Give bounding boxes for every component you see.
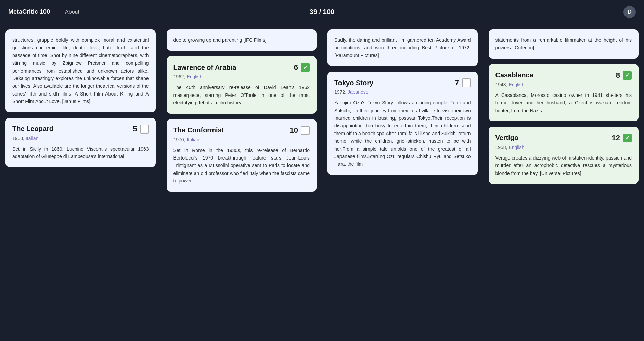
- column-1: structures, grapple boldly with complex …: [0, 24, 161, 341]
- card-ifc-partial: due to growing up and parenting [IFC Fil…: [167, 29, 317, 51]
- card-title: Vertigo: [495, 134, 519, 142]
- card-header: Vertigo 12: [495, 134, 632, 142]
- card-lawrence-of-arabia: Lawrence of Arabia 6 1962, English The 4…: [167, 56, 317, 113]
- card-description: Set in Rome in the 1930s, this re-releas…: [173, 147, 310, 185]
- card-year: 1958: [495, 144, 506, 150]
- card-title: Tokyo Story: [334, 79, 373, 87]
- card-title: The Conformist: [173, 126, 224, 134]
- card-meta: 1963, Italian: [12, 136, 149, 141]
- card-language: Italian: [186, 137, 199, 142]
- card-dekalog-partial: structures, grapple boldly with complex …: [5, 29, 156, 112]
- card-header: The Leopard 5: [12, 125, 149, 134]
- card-year: 1943: [495, 82, 506, 87]
- card-meta: 1958, English: [495, 144, 632, 150]
- card-header: Casablanca 8: [495, 71, 632, 80]
- column-2: due to growing up and parenting [IFC Fil…: [161, 24, 322, 341]
- card-description: A Casablanca, Morocco casino owner in 19…: [495, 91, 632, 114]
- column-4: statements from a remarkable filmmaker a…: [483, 24, 644, 341]
- card-year: 1962: [173, 74, 184, 79]
- card-description: Vertigo creates a dizzying web of mistak…: [495, 154, 632, 177]
- rank-check-group: 7: [455, 78, 471, 87]
- card-description: Set in Sicily in 1860, Luchino Visconti'…: [12, 145, 149, 161]
- card-the-conformist: The Conformist 10 1970, Italian Set in R…: [167, 119, 317, 192]
- card-meta: 1970, Italian: [173, 137, 310, 142]
- rank-check-group: 6: [294, 63, 310, 72]
- card-language: Italian: [26, 136, 38, 141]
- card-description: The 40th anniversary re-release of David…: [173, 84, 310, 106]
- card-title: Lawrence of Arabia: [173, 64, 236, 72]
- watched-checkbox[interactable]: [301, 126, 310, 135]
- card-language: English: [508, 144, 524, 150]
- card-casablanca: Casablanca 8 1943, English A Casablanca,…: [489, 64, 639, 121]
- card-title: The Leopard: [12, 125, 53, 133]
- rank-check-group: 8: [616, 71, 632, 80]
- card-the-leopard: The Leopard 5 1963, Italian Set in Sicil…: [5, 118, 156, 167]
- card-description: structures, grapple boldly with complex …: [12, 36, 149, 105]
- card-meta: 1943, English: [495, 82, 632, 87]
- card-rank: 7: [455, 78, 459, 87]
- card-language: Japanese: [348, 89, 369, 95]
- card-rank: 5: [133, 125, 137, 134]
- card-year: 1972: [334, 89, 345, 95]
- app-logo[interactable]: MetaCritic 100: [8, 8, 50, 15]
- main-grid: structures, grapple boldly with complex …: [0, 24, 644, 341]
- watched-checkbox[interactable]: [623, 134, 632, 142]
- card-rank: 10: [290, 126, 298, 135]
- card-criterion-partial: statements from a remarkable filmmaker a…: [489, 29, 639, 59]
- card-header: Lawrence of Arabia 6: [173, 63, 310, 72]
- card-rank: 6: [294, 63, 298, 72]
- column-3: Sadly, the daring and brilliant film gar…: [322, 24, 483, 341]
- card-title: Casablanca: [495, 71, 533, 79]
- card-rank: 8: [616, 71, 620, 80]
- card-tokyo-story: Tokyo Story 7 1972, Japanese Yasujiro Oz…: [327, 72, 478, 175]
- card-meta: 1972, Japanese: [334, 89, 471, 95]
- card-meta: 1962, English: [173, 74, 310, 79]
- watched-checkbox[interactable]: [623, 71, 632, 80]
- app-header: MetaCritic 100 About 39 / 100 D: [0, 0, 644, 24]
- card-description: Yasujiro Ozu's Tokyo Story follows an ag…: [334, 99, 471, 168]
- watched-checkbox[interactable]: [140, 125, 149, 134]
- watched-checkbox[interactable]: [462, 78, 471, 87]
- card-vertigo: Vertigo 12 1958, English Vertigo creates…: [489, 127, 639, 184]
- rank-check-group: 5: [133, 125, 149, 134]
- rank-check-group: 12: [612, 134, 632, 142]
- card-language: English: [508, 82, 524, 87]
- card-year: 1970: [173, 137, 184, 142]
- progress-counter: 39 / 100: [310, 8, 334, 16]
- card-language: English: [186, 74, 202, 79]
- user-avatar[interactable]: D: [623, 6, 636, 18]
- card-year: 1963: [12, 136, 23, 141]
- card-description: statements from a remarkable filmmaker a…: [495, 36, 632, 52]
- about-link[interactable]: About: [61, 6, 83, 18]
- card-description: Sadly, the daring and brilliant film gar…: [334, 36, 471, 59]
- card-description: due to growing up and parenting [IFC Fil…: [173, 36, 310, 44]
- card-header: The Conformist 10: [173, 126, 310, 135]
- card-header: Tokyo Story 7: [334, 78, 471, 87]
- rank-check-group: 10: [290, 126, 310, 135]
- card-rank: 12: [612, 134, 620, 142]
- watched-checkbox[interactable]: [301, 63, 310, 72]
- card-paramount-partial: Sadly, the daring and brilliant film gar…: [327, 29, 478, 66]
